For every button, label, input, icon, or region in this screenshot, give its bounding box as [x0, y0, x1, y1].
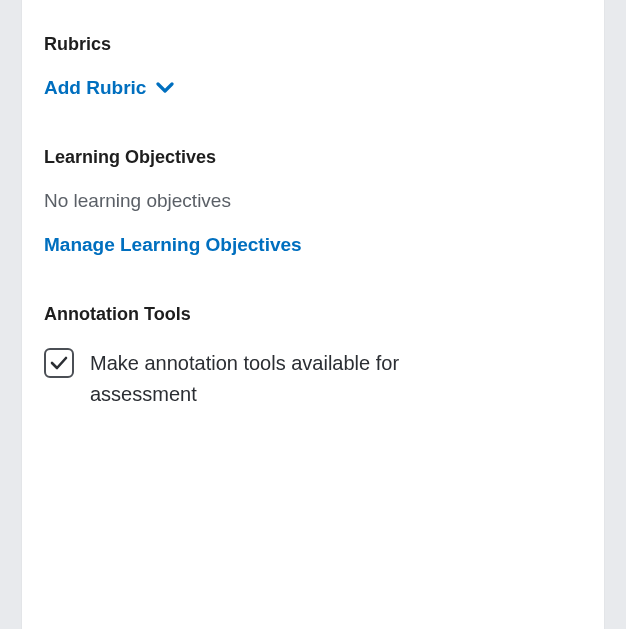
chevron-down-icon — [156, 82, 174, 94]
rubrics-heading: Rubrics — [44, 34, 570, 55]
manage-learning-objectives-link[interactable]: Manage Learning Objectives — [44, 234, 302, 255]
evaluation-feedback-panel: Evaluation & Feedback Rubrics Add Rubric… — [22, 0, 604, 629]
scroll-container[interactable]: Evaluation & Feedback Rubrics Add Rubric… — [0, 0, 626, 629]
add-rubric-label: Add Rubric — [44, 77, 146, 99]
rubrics-section: Rubrics Add Rubric — [44, 34, 570, 99]
learning-objectives-empty: No learning objectives — [44, 190, 570, 212]
learning-objectives-heading: Learning Objectives — [44, 147, 570, 168]
annotation-tools-section: Annotation Tools Make annotation tools a… — [44, 304, 570, 410]
annotation-tools-heading: Annotation Tools — [44, 304, 570, 325]
annotation-checkbox-label[interactable]: Make annotation tools available for asse… — [90, 347, 450, 410]
add-rubric-button[interactable]: Add Rubric — [44, 77, 174, 99]
annotation-checkbox-row: Make annotation tools available for asse… — [44, 347, 570, 410]
learning-objectives-section: Learning Objectives No learning objectiv… — [44, 147, 570, 256]
annotation-checkbox[interactable] — [44, 348, 74, 378]
